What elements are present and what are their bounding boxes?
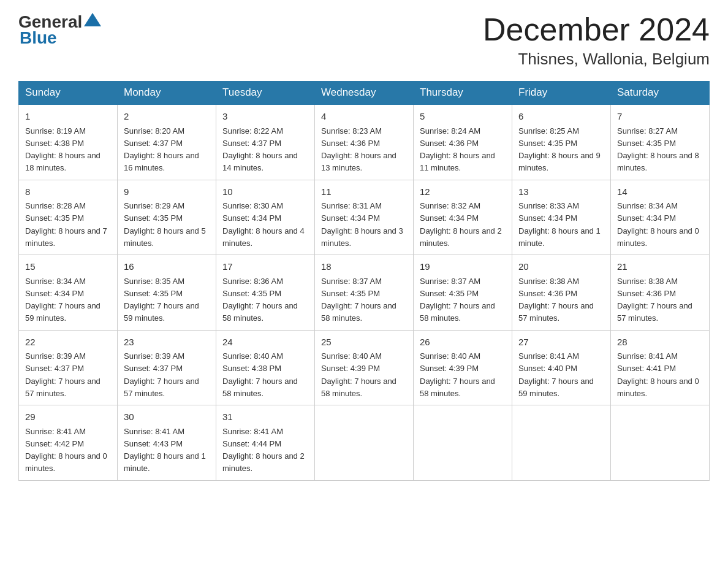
day-number: 19 bbox=[420, 260, 506, 274]
day-info: Sunrise: 8:34 AMSunset: 4:34 PMDaylight:… bbox=[617, 201, 699, 248]
calendar-day-cell: 30 Sunrise: 8:41 AMSunset: 4:43 PMDaylig… bbox=[118, 405, 216, 481]
day-number: 2 bbox=[124, 110, 210, 124]
day-number: 13 bbox=[518, 185, 604, 199]
column-header-friday: Friday bbox=[512, 82, 611, 105]
day-number: 18 bbox=[321, 260, 407, 274]
column-header-saturday: Saturday bbox=[611, 82, 710, 105]
calendar-day-cell: 21 Sunrise: 8:38 AMSunset: 4:36 PMDaylig… bbox=[611, 255, 710, 331]
day-number: 20 bbox=[518, 260, 604, 274]
day-number: 28 bbox=[617, 335, 703, 350]
day-number: 10 bbox=[222, 185, 308, 199]
day-info: Sunrise: 8:35 AMSunset: 4:35 PMDaylight:… bbox=[124, 277, 199, 323]
day-number: 23 bbox=[124, 335, 210, 350]
calendar-week-row: 8 Sunrise: 8:28 AMSunset: 4:35 PMDayligh… bbox=[19, 180, 710, 255]
page-header: General Blue December 2024 Thisnes, Wall… bbox=[18, 12, 710, 69]
day-info: Sunrise: 8:37 AMSunset: 4:35 PMDaylight:… bbox=[321, 277, 396, 323]
day-info: Sunrise: 8:41 AMSunset: 4:41 PMDaylight:… bbox=[617, 351, 699, 398]
calendar-day-cell: 25 Sunrise: 8:40 AMSunset: 4:39 PMDaylig… bbox=[315, 330, 414, 405]
calendar-day-cell: 4 Sunrise: 8:23 AMSunset: 4:36 PMDayligh… bbox=[315, 104, 414, 180]
calendar-day-cell: 29 Sunrise: 8:41 AMSunset: 4:42 PMDaylig… bbox=[19, 405, 118, 481]
day-info: Sunrise: 8:39 AMSunset: 4:37 PMDaylight:… bbox=[25, 351, 100, 398]
calendar-day-cell: 7 Sunrise: 8:27 AMSunset: 4:35 PMDayligh… bbox=[611, 104, 710, 180]
calendar-day-cell: 9 Sunrise: 8:29 AMSunset: 4:35 PMDayligh… bbox=[118, 180, 216, 255]
column-header-sunday: Sunday bbox=[19, 82, 118, 105]
day-info: Sunrise: 8:41 AMSunset: 4:44 PMDaylight:… bbox=[222, 427, 305, 473]
day-info: Sunrise: 8:36 AMSunset: 4:35 PMDaylight:… bbox=[222, 277, 298, 323]
calendar-day-cell: 14 Sunrise: 8:34 AMSunset: 4:34 PMDaylig… bbox=[611, 180, 710, 255]
calendar-day-cell bbox=[512, 405, 611, 481]
day-info: Sunrise: 8:19 AMSunset: 4:38 PMDaylight:… bbox=[25, 126, 100, 173]
day-number: 1 bbox=[25, 110, 111, 124]
calendar-day-cell: 15 Sunrise: 8:34 AMSunset: 4:34 PMDaylig… bbox=[19, 255, 118, 331]
day-number: 9 bbox=[124, 185, 210, 199]
day-info: Sunrise: 8:20 AMSunset: 4:37 PMDaylight:… bbox=[124, 126, 199, 173]
day-number: 24 bbox=[222, 335, 308, 350]
calendar-body: 1 Sunrise: 8:19 AMSunset: 4:38 PMDayligh… bbox=[19, 104, 710, 480]
day-info: Sunrise: 8:41 AMSunset: 4:40 PMDaylight:… bbox=[518, 351, 594, 398]
day-info: Sunrise: 8:24 AMSunset: 4:36 PMDaylight:… bbox=[420, 126, 495, 173]
day-number: 5 bbox=[420, 110, 506, 124]
day-info: Sunrise: 8:39 AMSunset: 4:37 PMDaylight:… bbox=[124, 351, 199, 398]
day-info: Sunrise: 8:28 AMSunset: 4:35 PMDaylight:… bbox=[25, 201, 107, 248]
logo: General Blue bbox=[18, 12, 101, 48]
calendar-day-cell: 22 Sunrise: 8:39 AMSunset: 4:37 PMDaylig… bbox=[19, 330, 118, 405]
calendar-week-row: 15 Sunrise: 8:34 AMSunset: 4:34 PMDaylig… bbox=[19, 255, 710, 331]
calendar-header-row: SundayMondayTuesdayWednesdayThursdayFrid… bbox=[19, 82, 710, 105]
day-number: 22 bbox=[25, 335, 111, 350]
day-number: 26 bbox=[420, 335, 506, 350]
day-number: 16 bbox=[124, 260, 210, 274]
day-info: Sunrise: 8:33 AMSunset: 4:34 PMDaylight:… bbox=[518, 201, 601, 248]
day-info: Sunrise: 8:38 AMSunset: 4:36 PMDaylight:… bbox=[518, 277, 594, 323]
calendar-day-cell: 26 Sunrise: 8:40 AMSunset: 4:39 PMDaylig… bbox=[414, 330, 512, 405]
day-number: 25 bbox=[321, 335, 407, 350]
day-number: 31 bbox=[222, 410, 308, 424]
calendar-day-cell: 11 Sunrise: 8:31 AMSunset: 4:34 PMDaylig… bbox=[315, 180, 414, 255]
calendar-day-cell: 20 Sunrise: 8:38 AMSunset: 4:36 PMDaylig… bbox=[512, 255, 611, 331]
logo-triangle-icon bbox=[84, 13, 101, 26]
calendar-day-cell: 19 Sunrise: 8:37 AMSunset: 4:35 PMDaylig… bbox=[414, 255, 512, 331]
calendar-week-row: 1 Sunrise: 8:19 AMSunset: 4:38 PMDayligh… bbox=[19, 104, 710, 180]
column-header-thursday: Thursday bbox=[414, 82, 512, 105]
calendar-day-cell: 24 Sunrise: 8:40 AMSunset: 4:38 PMDaylig… bbox=[216, 330, 315, 405]
calendar-day-cell bbox=[414, 405, 512, 481]
calendar-table: SundayMondayTuesdayWednesdayThursdayFrid… bbox=[18, 81, 710, 481]
calendar-day-cell: 5 Sunrise: 8:24 AMSunset: 4:36 PMDayligh… bbox=[414, 104, 512, 180]
day-info: Sunrise: 8:40 AMSunset: 4:39 PMDaylight:… bbox=[420, 351, 495, 398]
calendar-day-cell: 3 Sunrise: 8:22 AMSunset: 4:37 PMDayligh… bbox=[216, 104, 315, 180]
calendar-week-row: 22 Sunrise: 8:39 AMSunset: 4:37 PMDaylig… bbox=[19, 330, 710, 405]
day-number: 21 bbox=[617, 260, 703, 274]
calendar-day-cell: 18 Sunrise: 8:37 AMSunset: 4:35 PMDaylig… bbox=[315, 255, 414, 331]
day-info: Sunrise: 8:34 AMSunset: 4:34 PMDaylight:… bbox=[25, 277, 100, 323]
day-info: Sunrise: 8:41 AMSunset: 4:42 PMDaylight:… bbox=[25, 427, 107, 473]
calendar-day-cell bbox=[315, 405, 414, 481]
calendar-day-cell: 17 Sunrise: 8:36 AMSunset: 4:35 PMDaylig… bbox=[216, 255, 315, 331]
calendar-day-cell: 13 Sunrise: 8:33 AMSunset: 4:34 PMDaylig… bbox=[512, 180, 611, 255]
day-info: Sunrise: 8:30 AMSunset: 4:34 PMDaylight:… bbox=[222, 201, 305, 248]
day-info: Sunrise: 8:25 AMSunset: 4:35 PMDaylight:… bbox=[518, 126, 601, 173]
calendar-day-cell: 23 Sunrise: 8:39 AMSunset: 4:37 PMDaylig… bbox=[118, 330, 216, 405]
column-header-monday: Monday bbox=[118, 82, 216, 105]
day-info: Sunrise: 8:40 AMSunset: 4:38 PMDaylight:… bbox=[222, 351, 298, 398]
day-info: Sunrise: 8:29 AMSunset: 4:35 PMDaylight:… bbox=[124, 201, 206, 248]
location-subtitle: Thisnes, Wallonia, Belgium bbox=[483, 50, 710, 69]
calendar-day-cell: 28 Sunrise: 8:41 AMSunset: 4:41 PMDaylig… bbox=[611, 330, 710, 405]
day-info: Sunrise: 8:40 AMSunset: 4:39 PMDaylight:… bbox=[321, 351, 396, 398]
day-info: Sunrise: 8:41 AMSunset: 4:43 PMDaylight:… bbox=[124, 427, 206, 473]
column-header-tuesday: Tuesday bbox=[216, 82, 315, 105]
calendar-day-cell: 16 Sunrise: 8:35 AMSunset: 4:35 PMDaylig… bbox=[118, 255, 216, 331]
calendar-day-cell: 6 Sunrise: 8:25 AMSunset: 4:35 PMDayligh… bbox=[512, 104, 611, 180]
day-number: 3 bbox=[222, 110, 308, 124]
calendar-title-area: December 2024 Thisnes, Wallonia, Belgium bbox=[483, 12, 710, 69]
day-info: Sunrise: 8:32 AMSunset: 4:34 PMDaylight:… bbox=[420, 201, 502, 248]
calendar-day-cell: 2 Sunrise: 8:20 AMSunset: 4:37 PMDayligh… bbox=[118, 104, 216, 180]
calendar-day-cell bbox=[611, 405, 710, 481]
calendar-week-row: 29 Sunrise: 8:41 AMSunset: 4:42 PMDaylig… bbox=[19, 405, 710, 481]
calendar-day-cell: 8 Sunrise: 8:28 AMSunset: 4:35 PMDayligh… bbox=[19, 180, 118, 255]
day-number: 12 bbox=[420, 185, 506, 199]
month-year-title: December 2024 bbox=[483, 12, 710, 47]
calendar-day-cell: 1 Sunrise: 8:19 AMSunset: 4:38 PMDayligh… bbox=[19, 104, 118, 180]
calendar-day-cell: 12 Sunrise: 8:32 AMSunset: 4:34 PMDaylig… bbox=[414, 180, 512, 255]
day-number: 17 bbox=[222, 260, 308, 274]
day-info: Sunrise: 8:31 AMSunset: 4:34 PMDaylight:… bbox=[321, 201, 403, 248]
day-number: 6 bbox=[518, 110, 604, 124]
